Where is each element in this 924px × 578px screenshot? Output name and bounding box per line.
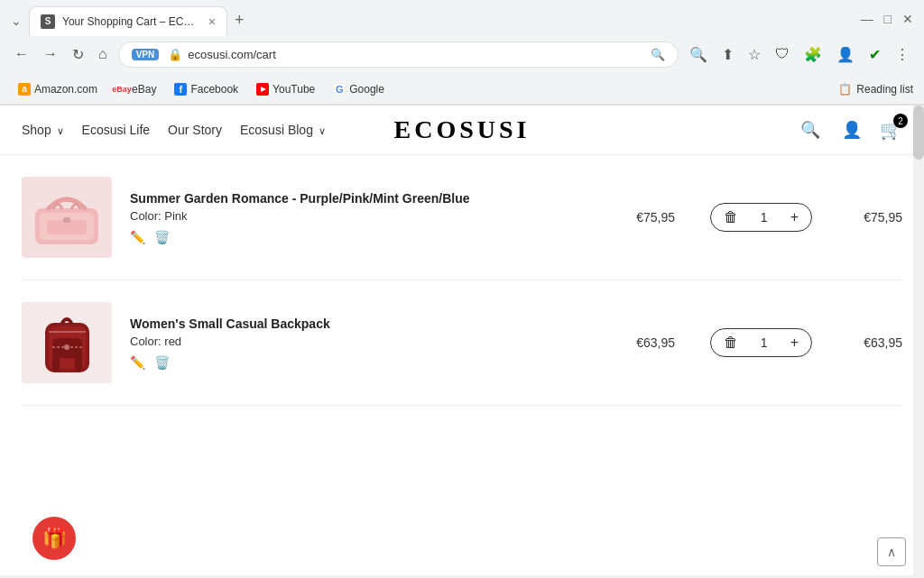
item2-delete-button[interactable]: 🗑️ bbox=[154, 355, 170, 370]
nav-shop[interactable]: Shop ∨ bbox=[22, 123, 64, 137]
reading-list[interactable]: 📋 Reading list bbox=[838, 83, 913, 96]
item1-qty-decrease[interactable]: 🗑 bbox=[711, 204, 751, 231]
nav-our-story[interactable]: Our Story bbox=[168, 123, 222, 137]
bookmark-google[interactable]: G Google bbox=[326, 80, 392, 98]
bookmark-facebook-label: Facebook bbox=[190, 83, 238, 96]
shield-button[interactable]: 🛡 bbox=[772, 42, 793, 66]
item1-total: €75,95 bbox=[830, 210, 902, 225]
browser-chrome: ⌄ S Your Shopping Cart – ECOSUSI × + — □… bbox=[0, 0, 924, 106]
item1-image bbox=[22, 177, 112, 258]
item1-qty-increase[interactable]: + bbox=[778, 204, 811, 231]
ebay-icon: eBay bbox=[116, 83, 128, 96]
site-logo[interactable]: ECOSUSI bbox=[394, 115, 531, 144]
item2-color: Color: red bbox=[130, 335, 602, 348]
item1-qty-control: 🗑 1 + bbox=[710, 203, 812, 232]
nav-ecosusi-blog[interactable]: Ecosusi Blog ∨ bbox=[240, 123, 326, 137]
search-button[interactable]: 🔍 bbox=[686, 42, 711, 67]
item1-info: Summer Garden Romance - Purple/Pink/Mint… bbox=[130, 191, 602, 244]
cart-item: Summer Garden Romance - Purple/Pink/Mint… bbox=[22, 155, 902, 280]
minimize-button[interactable]: — bbox=[861, 12, 873, 26]
security-button[interactable]: ✔ bbox=[865, 42, 884, 67]
bookmark-amazon-label: Amazon.com bbox=[34, 83, 97, 96]
cart-count: 2 bbox=[893, 114, 908, 128]
nav-ecosusi-life[interactable]: Ecosusi Life bbox=[82, 123, 150, 137]
item2-qty-increase[interactable]: + bbox=[778, 329, 811, 356]
home-button[interactable]: ⌂ bbox=[95, 42, 111, 66]
plus-icon: + bbox=[790, 209, 799, 225]
bookmark-ebay-label: eBay bbox=[132, 83, 156, 96]
item2-edit-button[interactable]: ✏️ bbox=[130, 355, 145, 370]
profile-button[interactable]: 👤 bbox=[833, 42, 858, 67]
nav-bar: ← → ↻ ⌂ VPN 🔒 ecosusi.com/cart 🔍 🔍 ⬆ ☆ 🛡… bbox=[0, 34, 924, 74]
more-button[interactable]: ⋮ bbox=[892, 42, 913, 67]
site-nav-right: 🔍 👤 🛒 2 bbox=[797, 116, 902, 143]
tab-favicon: S bbox=[41, 14, 55, 29]
reading-list-icon: 📋 bbox=[838, 83, 852, 96]
address-bar[interactable]: VPN 🔒 ecosusi.com/cart 🔍 bbox=[118, 41, 679, 68]
trash-qty-icon: 🗑 bbox=[724, 335, 738, 350]
gift-float-button[interactable]: 🎁 bbox=[32, 517, 76, 560]
scroll-up-icon: ∧ bbox=[887, 545, 896, 559]
favorites-button[interactable]: ☆ bbox=[744, 42, 764, 67]
item1-price: €75,95 bbox=[620, 210, 692, 225]
edit-icon: ✏️ bbox=[130, 355, 145, 370]
item2-actions: ✏️ 🗑️ bbox=[130, 355, 602, 370]
item1-name: Summer Garden Romance - Purple/Pink/Mint… bbox=[130, 191, 602, 206]
title-bar: ⌄ S Your Shopping Cart – ECOSUSI × + — □… bbox=[0, 0, 924, 34]
trash-icon: 🗑️ bbox=[154, 230, 170, 244]
bookmark-youtube-label: YouTube bbox=[273, 83, 315, 96]
back-button[interactable]: ← bbox=[11, 42, 32, 66]
item2-qty-decrease[interactable]: 🗑 bbox=[711, 329, 751, 356]
reading-list-label: Reading list bbox=[856, 83, 913, 96]
cart-area: Summer Garden Romance - Purple/Pink/Mint… bbox=[0, 155, 924, 406]
scrollbar-thumb[interactable] bbox=[913, 106, 924, 160]
scroll-up-button[interactable]: ∧ bbox=[877, 537, 906, 566]
item1-color: Color: Pink bbox=[130, 209, 602, 223]
edit-icon: ✏️ bbox=[130, 230, 145, 244]
bookmark-google-label: Google bbox=[349, 83, 384, 96]
amazon-icon: a bbox=[18, 83, 31, 96]
blog-dropdown-icon: ∨ bbox=[319, 125, 326, 136]
bookmark-amazon[interactable]: a Amazon.com bbox=[11, 80, 105, 98]
window-chevron-icon[interactable]: ⌄ bbox=[11, 14, 22, 28]
forward-button[interactable]: → bbox=[40, 42, 61, 66]
bookmark-ebay[interactable]: eBay eBay bbox=[108, 80, 163, 98]
shop-dropdown-icon: ∨ bbox=[57, 125, 64, 136]
active-tab[interactable]: S Your Shopping Cart – ECOSUSI × bbox=[29, 6, 227, 36]
vpn-badge: VPN bbox=[132, 49, 160, 60]
cart-item: Women's Small Casual Backpack Color: red… bbox=[22, 280, 902, 406]
item2-info: Women's Small Casual Backpack Color: red… bbox=[130, 317, 602, 370]
url-text: ecosusi.com/cart bbox=[188, 48, 645, 61]
item2-image bbox=[22, 302, 112, 383]
item2-qty-value: 1 bbox=[751, 330, 778, 355]
item1-delete-button[interactable]: 🗑️ bbox=[154, 230, 170, 244]
tab-title: Your Shopping Cart – ECOSUSI bbox=[62, 15, 201, 28]
nav-actions: 🔍 ⬆ ☆ 🛡 🧩 👤 ✔ ⋮ bbox=[686, 42, 913, 67]
item2-price: €63,95 bbox=[620, 335, 692, 350]
site-header: Shop ∨ Ecosusi Life Our Story Ecosusi Bl… bbox=[0, 106, 924, 155]
window-controls: — □ ✕ bbox=[861, 12, 913, 26]
share-button[interactable]: ⬆ bbox=[718, 42, 737, 67]
reload-button[interactable]: ↻ bbox=[69, 42, 88, 67]
scrollbar-track[interactable] bbox=[913, 106, 924, 575]
tab-close-button[interactable]: × bbox=[208, 14, 216, 29]
extensions-button[interactable]: 🧩 bbox=[800, 42, 826, 67]
svg-point-12 bbox=[64, 344, 69, 350]
item2-total: €63,95 bbox=[830, 335, 902, 350]
svg-rect-5 bbox=[63, 217, 70, 223]
close-window-button[interactable]: ✕ bbox=[902, 12, 913, 26]
cart-button[interactable]: 🛒 2 bbox=[880, 119, 902, 141]
bookmark-facebook[interactable]: f Facebook bbox=[167, 80, 245, 98]
site-search-button[interactable]: 🔍 bbox=[797, 116, 824, 143]
lock-icon: 🔒 bbox=[168, 48, 182, 61]
item1-edit-button[interactable]: ✏️ bbox=[130, 230, 145, 244]
item1-actions: ✏️ 🗑️ bbox=[130, 230, 602, 244]
site-account-button[interactable]: 👤 bbox=[838, 116, 865, 143]
page-content: Shop ∨ Ecosusi Life Our Story Ecosusi Bl… bbox=[0, 106, 924, 575]
google-icon: G bbox=[333, 83, 346, 96]
bookmarks-bar: a Amazon.com eBay eBay f Facebook YouTub… bbox=[0, 74, 924, 105]
new-tab-button[interactable]: + bbox=[235, 11, 245, 30]
maximize-button[interactable]: □ bbox=[884, 12, 892, 26]
bookmark-youtube[interactable]: YouTube bbox=[249, 80, 322, 98]
youtube-icon bbox=[256, 83, 269, 96]
